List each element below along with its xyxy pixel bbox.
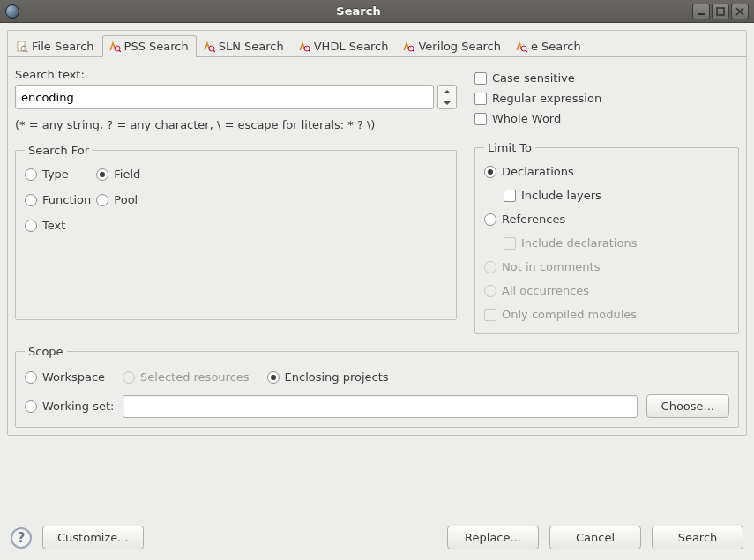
e-search-icon: [515, 41, 527, 53]
tab-e-search[interactable]: e Search: [509, 35, 589, 57]
radio-icon: [267, 371, 280, 384]
tab-sln-search[interactable]: SLN Search: [197, 35, 292, 57]
radio-icon: [484, 285, 496, 297]
option-label: Function: [42, 193, 91, 206]
chevron-down-icon: [438, 97, 456, 108]
help-icon: ?: [18, 530, 26, 546]
checkbox-icon: [474, 93, 487, 105]
cancel-button[interactable]: Cancel: [549, 526, 641, 549]
radio-icon: [25, 371, 37, 384]
tab-verilog-search[interactable]: Verilog Search: [396, 35, 508, 57]
limit-include-layers[interactable]: Include layers: [504, 189, 729, 202]
option-label: References: [502, 213, 565, 226]
scope-enclosing-projects[interactable]: Enclosing projects: [267, 370, 389, 384]
scope-workspace[interactable]: Workspace: [25, 370, 105, 384]
tab-pss-search[interactable]: PSS Search: [102, 35, 197, 57]
option-label: Whole Word: [492, 112, 561, 125]
history-dropdown[interactable]: [437, 85, 457, 109]
svg-line-6: [119, 50, 121, 52]
option-label: All occurrences: [502, 284, 589, 297]
search-for-legend: Search For: [25, 144, 93, 157]
search-for-type[interactable]: Type: [25, 168, 91, 181]
svg-line-8: [213, 50, 215, 52]
file-search-icon: [16, 41, 28, 53]
search-for-pool[interactable]: Pool: [96, 193, 140, 206]
minimize-button[interactable]: [692, 4, 710, 19]
close-button[interactable]: [731, 4, 749, 19]
option-label: Not in comments: [502, 260, 600, 273]
scope-fieldset: Scope Workspace Selected resources Enclo…: [15, 345, 739, 428]
search-for-field[interactable]: Field: [96, 168, 140, 181]
option-label: Only compiled modules: [502, 308, 637, 321]
radio-icon: [484, 166, 496, 178]
option-whole-word[interactable]: Whole Word: [474, 112, 739, 125]
scope-working-set[interactable]: Working set:: [25, 399, 114, 413]
dialog-body: File Search PSS Search SLN Search VHDL S…: [0, 23, 754, 560]
choose-button[interactable]: Choose...: [646, 394, 729, 418]
search-for-fieldset: Search For Type Field Function: [15, 144, 457, 320]
limit-include-declarations: Include declarations: [504, 236, 729, 250]
option-label: Include declarations: [521, 236, 637, 250]
search-hint: (* = any string, ? = any character, \ = …: [15, 118, 457, 131]
option-case-sensitive[interactable]: Case sensitive: [474, 71, 739, 85]
tab-label: SLN Search: [219, 40, 284, 53]
limit-references[interactable]: References: [484, 213, 729, 226]
option-label: Field: [114, 168, 140, 181]
working-set-input[interactable]: [123, 395, 637, 418]
pss-search-icon: [108, 41, 121, 53]
search-text-input[interactable]: [15, 85, 434, 109]
option-label: Enclosing projects: [285, 370, 389, 384]
checkbox-icon: [504, 237, 516, 250]
limit-declarations[interactable]: Declarations: [484, 165, 729, 178]
option-label: Case sensitive: [492, 71, 575, 85]
radio-icon: [25, 168, 37, 181]
tab-vhdl-search[interactable]: VHDL Search: [292, 35, 397, 57]
search-for-function[interactable]: Function: [25, 193, 91, 206]
checkbox-icon: [474, 72, 487, 85]
svg-line-10: [309, 50, 310, 52]
verilog-search-icon: [402, 41, 414, 53]
svg-line-14: [526, 50, 527, 52]
help-button[interactable]: ?: [11, 527, 32, 549]
bottom-bar: ? Customize... Replace... Cancel Search: [7, 519, 747, 553]
radio-icon: [25, 194, 37, 206]
scope-row-2: Working set: Choose...: [25, 394, 729, 418]
right-column: Case sensitive Regular expression Whole …: [474, 68, 739, 334]
maximize-button[interactable]: [712, 4, 729, 19]
search-row: [15, 85, 457, 109]
option-label: Working set:: [42, 399, 114, 413]
scope-selected-resources: Selected resources: [123, 370, 250, 384]
scope-legend: Scope: [25, 345, 67, 358]
search-button[interactable]: Search: [652, 526, 743, 549]
radio-icon: [484, 213, 496, 226]
content-area: Search text: (* = any string, ? = any ch…: [15, 57, 739, 338]
limit-all-occurrences: All occurrences: [484, 284, 729, 297]
title-bar: Search: [0, 0, 754, 23]
svg-rect-1: [717, 8, 724, 15]
tab-label: Verilog Search: [418, 40, 500, 53]
option-label: Selected resources: [140, 370, 250, 384]
spacer: [7, 436, 747, 519]
app-icon: [5, 4, 19, 19]
svg-rect-0: [698, 13, 705, 15]
main-panel: File Search PSS Search SLN Search VHDL S…: [7, 30, 747, 436]
svg-line-12: [413, 50, 414, 52]
left-column: Search text: (* = any string, ? = any ch…: [15, 68, 457, 334]
radio-icon: [123, 371, 135, 384]
limit-to-legend: Limit To: [484, 141, 535, 154]
customize-button[interactable]: Customize...: [42, 526, 144, 549]
option-label: Workspace: [42, 370, 105, 384]
action-buttons: Replace... Cancel Search: [447, 526, 743, 549]
radio-icon: [25, 220, 37, 232]
option-label: Pool: [114, 193, 138, 206]
radio-icon: [484, 261, 496, 273]
tab-label: File Search: [32, 40, 94, 53]
tab-file-search[interactable]: File Search: [10, 35, 102, 57]
replace-button[interactable]: Replace...: [447, 526, 539, 549]
radio-icon: [96, 194, 108, 206]
sln-search-icon: [203, 41, 215, 53]
option-label: Include layers: [521, 189, 601, 202]
search-for-text[interactable]: Text: [25, 219, 91, 232]
option-regex[interactable]: Regular expression: [474, 92, 739, 105]
checkbox-icon: [484, 309, 496, 321]
